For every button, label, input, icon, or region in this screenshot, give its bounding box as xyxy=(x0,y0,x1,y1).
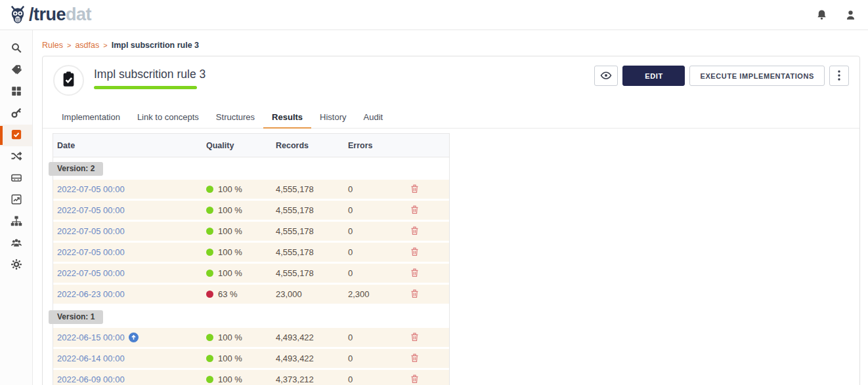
tab-bar: ImplementationLink to conceptsStructures… xyxy=(43,106,859,129)
sidebar-item-gear[interactable] xyxy=(0,254,32,276)
quality-status-dot xyxy=(206,207,213,214)
trash-icon xyxy=(410,205,420,216)
records-value: 4,555,178 xyxy=(272,268,344,278)
quality-status-dot xyxy=(206,291,213,298)
result-date-link[interactable]: 2022-07-05 00:00 xyxy=(57,247,125,257)
results-table-body: Version: 22022-07-05 00:00100 %4,555,178… xyxy=(53,157,449,385)
trash-icon xyxy=(410,268,420,279)
result-date-link[interactable]: 2022-07-05 00:00 xyxy=(57,205,125,215)
quality-value: 100 % xyxy=(218,354,242,363)
sidebar-item-check-square[interactable] xyxy=(0,125,32,146)
main-content: Rules>asdfas>Impl subscrition rule 3 Imp… xyxy=(33,30,868,385)
tab-audit[interactable]: Audit xyxy=(355,106,392,128)
sidebar-item-users[interactable] xyxy=(0,233,32,254)
rule-type-badge xyxy=(53,65,84,96)
breadcrumb-link[interactable]: asdfas xyxy=(75,41,99,50)
results-table-header: DateQualityRecordsErrors xyxy=(53,134,449,157)
tab-results[interactable]: Results xyxy=(263,106,311,129)
search-icon xyxy=(11,42,22,56)
quality-value: 63 % xyxy=(218,289,238,299)
gear-icon xyxy=(11,258,22,273)
result-date-link[interactable]: 2022-06-23 00:00 xyxy=(57,289,125,299)
clipboard-check-icon xyxy=(60,70,77,91)
user-icon[interactable] xyxy=(844,9,857,22)
result-row: 2022-07-05 00:00100 %4,555,1780 xyxy=(53,243,449,264)
version-group-row: Version: 2 xyxy=(53,157,449,180)
sidebar-item-key[interactable] xyxy=(0,103,32,125)
sidebar-item-sitemap[interactable] xyxy=(0,211,32,233)
tab-history[interactable]: History xyxy=(311,106,355,128)
results-table: DateQualityRecordsErrors Version: 22022-… xyxy=(53,133,450,385)
app-logo[interactable]: /truedat xyxy=(8,5,91,25)
delete-result-button[interactable] xyxy=(408,352,421,366)
trash-icon xyxy=(410,289,420,300)
delete-result-button[interactable] xyxy=(408,224,421,239)
execute-implementations-button[interactable]: EXECUTE IMPLEMENTATIONS xyxy=(689,66,825,86)
trash-icon xyxy=(410,374,420,385)
column-header-date: Date xyxy=(53,141,202,150)
quality-status-dot xyxy=(206,270,213,277)
records-value: 4,555,178 xyxy=(272,205,344,215)
quality-status-dot xyxy=(206,228,213,235)
logo-text-primary: /true xyxy=(29,5,66,24)
kebab-menu-icon xyxy=(838,70,840,82)
breadcrumb: Rules>asdfas>Impl subscrition rule 3 xyxy=(42,41,868,50)
errors-value: 0 xyxy=(344,184,397,194)
tab-implementation[interactable]: Implementation xyxy=(53,106,129,128)
records-value: 4,373,212 xyxy=(272,375,344,384)
delete-result-button[interactable] xyxy=(408,373,421,385)
quality-status-dot xyxy=(206,334,213,341)
errors-value: 0 xyxy=(344,268,397,278)
breadcrumb-separator: > xyxy=(103,41,107,49)
records-value: 23,000 xyxy=(272,289,344,299)
delete-result-button[interactable] xyxy=(408,331,421,345)
sidebar-item-shuffle[interactable] xyxy=(0,146,32,168)
delete-result-button[interactable] xyxy=(408,182,421,197)
result-date-link[interactable]: 2022-06-14 00:00 xyxy=(57,354,125,363)
tab-structures[interactable]: Structures xyxy=(207,106,263,128)
sidebar-item-grid[interactable] xyxy=(0,81,32,103)
result-date-link[interactable]: 2022-06-09 00:00 xyxy=(57,375,125,384)
column-header-errors: Errors xyxy=(344,141,397,150)
sidebar-item-drawer[interactable] xyxy=(0,168,32,190)
result-date-link[interactable]: 2022-07-05 00:00 xyxy=(57,268,125,278)
result-row: 2022-06-23 00:0063 %23,0002,300 xyxy=(53,285,449,306)
version-badge: Version: 1 xyxy=(49,310,103,324)
edit-button[interactable]: EDIT xyxy=(622,66,685,86)
result-row: 2022-07-05 00:00100 %4,555,1780 xyxy=(53,201,449,222)
tab-link-to-concepts[interactable]: Link to concepts xyxy=(129,106,207,128)
sidebar-item-chart-line[interactable] xyxy=(0,190,32,211)
records-value: 4,555,178 xyxy=(272,247,344,257)
more-options-button[interactable] xyxy=(829,66,849,86)
rule-actions: EDIT EXECUTE IMPLEMENTATIONS xyxy=(594,66,849,86)
result-date-link[interactable]: 2022-07-05 00:00 xyxy=(57,226,125,236)
result-row: 2022-06-09 00:00100 %4,373,2120 xyxy=(53,370,449,385)
breadcrumb-separator: > xyxy=(67,41,71,49)
topbar: /truedat xyxy=(0,0,868,30)
column-header-quality: Quality xyxy=(202,141,272,150)
arrow-up-circle-icon xyxy=(129,333,139,342)
sidebar-item-search[interactable] xyxy=(0,38,32,60)
key-icon xyxy=(11,107,22,121)
errors-value: 0 xyxy=(344,333,397,342)
trash-icon xyxy=(410,184,420,195)
breadcrumb-link[interactable]: Rules xyxy=(42,41,63,50)
errors-value: 0 xyxy=(344,247,397,257)
quality-value: 100 % xyxy=(218,247,242,257)
delete-result-button[interactable] xyxy=(408,245,421,260)
page-title: Impl subscrition rule 3 xyxy=(94,68,206,81)
notifications-bell-icon[interactable] xyxy=(815,9,829,22)
delete-result-button[interactable] xyxy=(408,203,421,218)
result-date-link[interactable]: 2022-07-05 00:00 xyxy=(57,184,125,194)
delete-result-button[interactable] xyxy=(408,287,421,302)
errors-value: 0 xyxy=(344,205,397,215)
version-badge: Version: 2 xyxy=(49,162,103,176)
preview-button[interactable] xyxy=(594,66,618,86)
quality-value: 100 % xyxy=(218,375,242,384)
eye-icon xyxy=(600,70,612,83)
sidebar-item-tags[interactable] xyxy=(0,60,32,81)
quality-status-dot xyxy=(206,249,213,256)
delete-result-button[interactable] xyxy=(408,266,421,281)
result-date-link[interactable]: 2022-06-15 00:00 xyxy=(57,333,139,342)
users-icon xyxy=(11,237,22,251)
